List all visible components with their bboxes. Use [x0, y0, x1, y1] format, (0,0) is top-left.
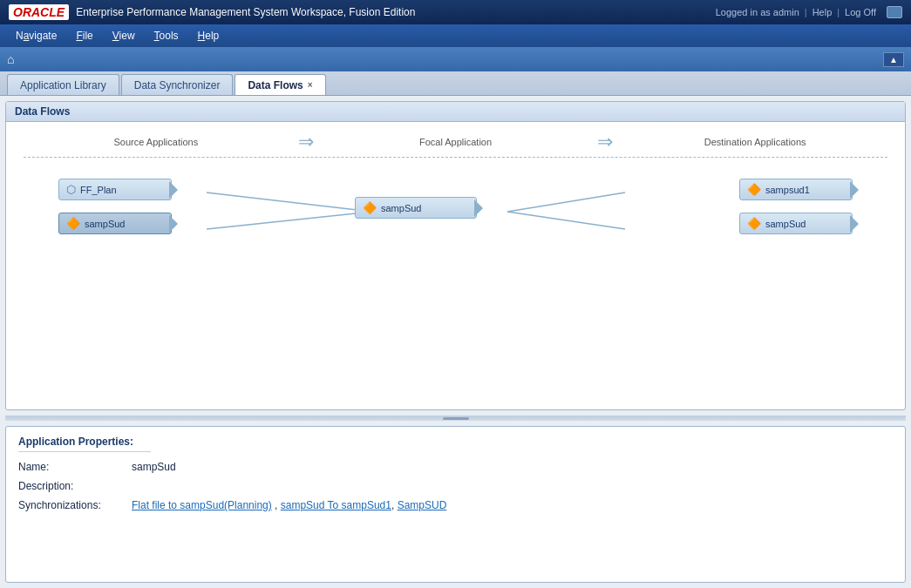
sampsud-dst-icon: 🔶 — [747, 217, 761, 230]
help-link[interactable]: Help — [812, 7, 833, 17]
node-sampsud1-dst[interactable]: 🔶 sampsud1 — [739, 179, 853, 200]
window-control-icon — [887, 6, 902, 18]
sync-link-1[interactable]: Flat file to sampSud(Planning) — [132, 499, 272, 511]
prop-row-synchronizations: Synchronizations: Flat file to sampSud(P… — [18, 499, 893, 511]
nav-row: ⌂ ▲ — [0, 47, 911, 71]
sync-link-2[interactable]: sampSud To sampSud1 — [281, 499, 391, 511]
source-col-header: Source Applications — [32, 136, 280, 148]
tab-data-synchronizer-label: Data Synchronizer — [134, 79, 221, 91]
arrow-header-2: ⇒ — [579, 131, 631, 153]
menu-help[interactable]: Help — [189, 27, 228, 44]
prop-description-label: Description: — [18, 480, 132, 492]
tab-application-library-label: Application Library — [20, 79, 106, 91]
menu-tools[interactable]: Tools — [146, 27, 187, 44]
nav-expand-button[interactable]: ▲ — [883, 52, 904, 67]
flow-diagram: ⬡ FF_Plan 🔶 sampSud 🔶 sampSud — [32, 166, 879, 253]
ff-plan-label: FF_Plan — [80, 185, 117, 195]
data-flows-content: Source Applications ⇒ Focal Application … — [6, 122, 905, 409]
separator-2: | — [837, 7, 840, 17]
menu-bar: Navigate File View Tools Help — [0, 24, 911, 47]
data-flows-panel-header: Data Flows — [6, 102, 905, 122]
tab-data-flows-label: Data Flows — [248, 79, 303, 91]
destination-col-label: Destination Applications — [704, 137, 806, 147]
home-icon[interactable]: ⌂ — [7, 52, 14, 66]
top-bar: ORACLE Enterprise Performance Management… — [0, 0, 911, 24]
top-bar-left: ORACLE Enterprise Performance Management… — [9, 4, 415, 20]
separator-1: | — [805, 7, 807, 17]
menu-file[interactable]: File — [67, 27, 101, 44]
flow-arrow-2-icon: ⇒ — [597, 131, 613, 152]
logoff-link[interactable]: Log Off — [845, 7, 876, 17]
node-ff-plan[interactable]: ⬡ FF_Plan — [58, 179, 172, 200]
app-title: Enterprise Performance Management System… — [76, 6, 415, 18]
flow-arrow-1-icon: ⇒ — [298, 131, 314, 152]
menu-navigate[interactable]: Navigate — [7, 27, 65, 44]
sampsud-dst-label: sampSud — [765, 219, 806, 229]
sync-link-3[interactable]: SampSUD — [398, 499, 447, 511]
prop-name-value: sampSud — [132, 461, 176, 473]
source-col-label: Source Applications — [114, 137, 199, 147]
ff-plan-icon: ⬡ — [66, 183, 76, 196]
data-flows-panel: Data Flows Source Applications ⇒ Focal A… — [5, 101, 906, 410]
node-sampsud-focal[interactable]: 🔶 sampSud — [355, 197, 477, 219]
focal-col-header: Focal Application — [332, 136, 580, 148]
sync-sep-2: , — [391, 499, 398, 511]
focal-col-label: Focal Application — [419, 137, 492, 147]
dashed-divider — [24, 157, 887, 158]
sampsud-focal-icon: 🔶 — [363, 201, 377, 214]
tab-data-flows[interactable]: Data Flows × — [235, 74, 325, 95]
logged-in-label: Logged in as admin — [716, 7, 799, 17]
destination-col-header: Destination Applications — [631, 136, 879, 148]
sampsud-src-label: sampSud — [85, 219, 125, 229]
column-headers: Source Applications ⇒ Focal Application … — [15, 131, 896, 153]
node-sampsud-source[interactable]: 🔶 sampSud — [58, 213, 172, 234]
top-bar-right: Logged in as admin | Help | Log Off — [716, 6, 902, 18]
prop-row-name: Name: sampSud — [18, 461, 893, 473]
prop-row-description: Description: — [18, 480, 893, 492]
oracle-logo: ORACLE — [9, 4, 69, 20]
arrow-header-1: ⇒ — [280, 131, 332, 153]
tab-application-library[interactable]: Application Library — [7, 74, 119, 95]
sampsud-focal-label: sampSud — [381, 203, 421, 213]
app-properties-title: Application Properties: — [18, 436, 151, 452]
svg-line-3 — [507, 212, 625, 229]
main-content: Data Flows Source Applications ⇒ Focal A… — [0, 96, 911, 588]
destination-nodes: 🔶 sampsud1 🔶 sampSud — [739, 179, 853, 234]
sampsud1-dst-label: sampsud1 — [765, 185, 810, 195]
prop-sync-label: Synchronizations: — [18, 499, 132, 511]
node-sampsud-dst[interactable]: 🔶 sampSud — [739, 213, 853, 234]
tab-data-synchronizer[interactable]: Data Synchronizer — [121, 74, 234, 95]
sampsud1-dst-icon: 🔶 — [747, 183, 761, 196]
source-nodes: ⬡ FF_Plan 🔶 sampSud — [58, 179, 172, 234]
sync-sep-1: , — [272, 499, 281, 511]
prop-sync-links: Flat file to sampSud(Planning) , sampSud… — [132, 499, 446, 511]
sampsud-src-icon: 🔶 — [66, 217, 80, 230]
prop-name-label: Name: — [18, 461, 132, 473]
app-properties-panel: Application Properties: Name: sampSud De… — [5, 426, 906, 583]
tabs-row: Application Library Data Synchronizer Da… — [0, 71, 911, 96]
panel-splitter[interactable] — [5, 416, 906, 421]
focal-nodes: 🔶 sampSud — [355, 197, 477, 219]
svg-line-1 — [207, 212, 372, 229]
menu-view[interactable]: View — [104, 27, 144, 44]
svg-line-0 — [207, 193, 372, 212]
splitter-grip — [443, 417, 469, 420]
tab-data-flows-close[interactable]: × — [308, 80, 313, 90]
svg-line-2 — [507, 193, 625, 212]
